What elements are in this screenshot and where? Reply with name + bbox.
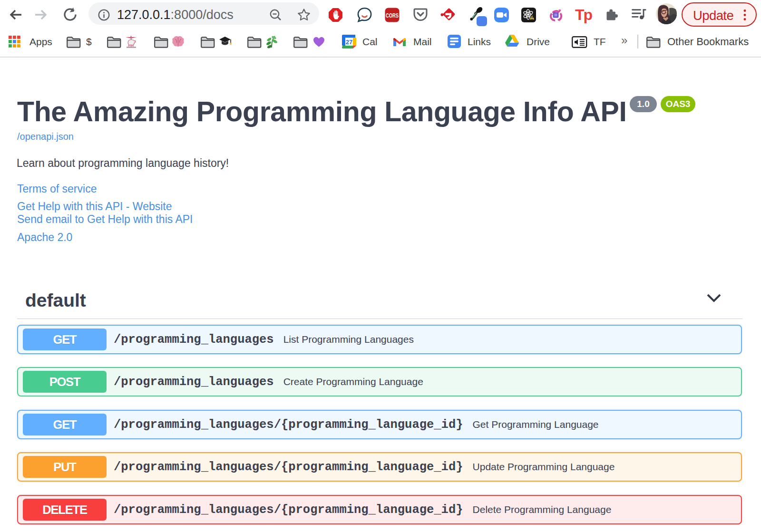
svg-text:27: 27 bbox=[346, 39, 352, 46]
svg-text:CORS: CORS bbox=[386, 12, 399, 19]
